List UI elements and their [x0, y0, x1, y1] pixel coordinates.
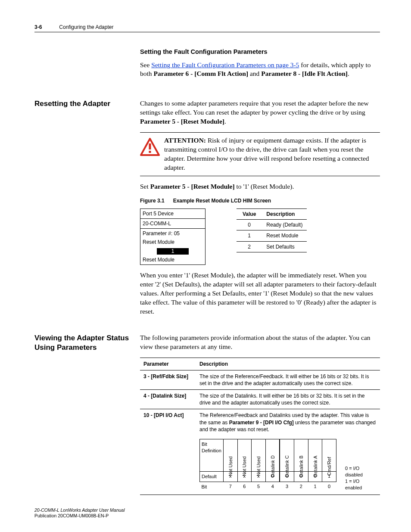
- side-heading-viewing: Viewing the Adapter Status Using Paramet…: [34, 333, 136, 495]
- value-cell: 0: [237, 220, 262, 230]
- io-legend: 0 = I/O disabled 1 = I/O enabled: [345, 465, 377, 492]
- text: and: [248, 70, 261, 77]
- text: See: [140, 61, 151, 68]
- param-8: Parameter 8 - [Idle Flt Action]: [261, 70, 348, 77]
- desc-col-header: Description: [196, 358, 380, 370]
- him-screen: Port 5 Device 20-COMM-L Parameter #: 05 …: [140, 208, 206, 265]
- table-row: 2 Set Defaults: [237, 241, 307, 252]
- bit-num: 6: [237, 482, 252, 492]
- set-param-paragraph: Set Parameter 5 - [Reset Module] to '1' …: [140, 182, 380, 191]
- bit-definition-label: Bit Definition: [200, 439, 224, 472]
- him-line-3: Parameter #: 05: [140, 229, 205, 238]
- desc-cell: Reset Module: [262, 230, 307, 241]
- text: .: [348, 70, 349, 77]
- chapter-title: Configuring the Adapter: [59, 24, 113, 30]
- page-number: 3-6: [34, 24, 42, 30]
- param-6: Parameter 6 - [Comm Flt Action]: [153, 70, 248, 77]
- description-col-header: Description: [262, 208, 307, 219]
- legend-enabled: 1 = I/O enabled: [345, 478, 377, 491]
- bit-table: Bit Definition Not Used Not Used Not Use…: [199, 439, 336, 492]
- desc-cell: The size of the Reference/Feedback. It w…: [196, 370, 380, 389]
- him-value: 1: [157, 248, 189, 255]
- value-description-table: Value Description 0 Ready (Default) 1: [237, 208, 307, 252]
- bit-head: Not Used: [237, 439, 252, 472]
- resetting-paragraph: Changes to some adapter parameters requi…: [140, 99, 380, 126]
- bit-table-wrap: Bit Definition Not Used Not Used Not Use…: [199, 439, 377, 492]
- desc-cell: Ready (Default): [262, 220, 307, 230]
- value-cell: 1: [237, 230, 262, 241]
- svg-rect-1: [149, 143, 151, 149]
- figure-title: Example Reset Module LCD HIM Screen: [173, 198, 271, 204]
- table-row: 3 - [Ref/Fdbk Size] The size of the Refe…: [140, 370, 380, 389]
- param-cell: 4 - [Datalink Size]: [140, 390, 196, 409]
- text: Set: [140, 183, 150, 190]
- page-header: 3-6 Configuring the Adapter: [34, 24, 380, 32]
- param-col-header: Parameter: [140, 358, 196, 370]
- param-name: 3 - [Ref/Fdbk Size]: [143, 373, 188, 380]
- table-row: 10 - [DPI I/O Act] The Reference/Feedbac…: [140, 409, 380, 495]
- text: to '1' (Reset Module).: [235, 183, 294, 190]
- param-cell: 3 - [Ref/Fdbk Size]: [140, 370, 196, 389]
- reset-explanation-paragraph: When you enter '1' (Reset Module), the a…: [140, 271, 380, 316]
- him-line-4: Reset Module: [140, 239, 205, 247]
- value-cell: 2: [237, 241, 262, 252]
- him-value-line: 1: [140, 247, 205, 256]
- bit-num: 1: [308, 482, 322, 492]
- figure-number: Figure 3.1: [140, 198, 165, 204]
- side-heading-resetting: Resetting the Adapter: [34, 99, 136, 333]
- link-fault-config[interactable]: Setting the Fault Configuration Paramete…: [151, 61, 299, 68]
- bit-head: Cmd/Ref: [322, 439, 336, 472]
- bit-num: 4: [265, 482, 280, 492]
- him-line-1: Port 5 Device: [140, 209, 205, 219]
- param-cell: 10 - [DPI I/O Act]: [140, 409, 196, 495]
- bit-label: Bit: [200, 482, 224, 492]
- bit-head: Datalink B: [294, 439, 308, 472]
- bit-num: 2: [294, 482, 308, 492]
- desc-cell: The size of the Datalinks. It will eithe…: [196, 390, 380, 409]
- bit-num: 7: [223, 482, 237, 492]
- attention-box: ATTENTION: Risk of injury or equipment d…: [140, 132, 380, 176]
- bit-head: Not Used: [252, 439, 266, 472]
- param-name: 4 - [Datalink Size]: [143, 393, 186, 399]
- text: .: [224, 118, 226, 125]
- publication-id: Publication 20COMM-UM008B-EN-P: [34, 513, 125, 519]
- parameter-table: Parameter Description 3 - [Ref/Fdbk Size…: [140, 358, 380, 495]
- bit-num: 0: [322, 482, 336, 492]
- param-5-b: Parameter 5 - [Reset Module]: [150, 183, 235, 190]
- viewing-paragraph: The following parameters provide informa…: [140, 333, 380, 352]
- param-9: Parameter 9 - [DPI I/O Cfg]: [229, 420, 294, 426]
- bit-head: Datalink D: [265, 439, 280, 472]
- warning-icon: [140, 136, 164, 159]
- attention-text: ATTENTION: Risk of injury or equipment d…: [164, 136, 380, 172]
- him-line-5: Reset Module: [140, 256, 205, 264]
- table-row: 1 Reset Module: [237, 230, 307, 241]
- legend-disabled: 0 = I/O disabled: [345, 465, 377, 478]
- bit-head: Datalink A: [308, 439, 322, 472]
- text: Changes to some adapter parameters requi…: [140, 100, 369, 116]
- fault-config-paragraph: See Setting the Fault Configuration Para…: [140, 61, 380, 79]
- default-label: Default: [200, 472, 224, 482]
- page-footer: 20-COMM-L LonWorks Adapter User Manual P…: [34, 507, 125, 519]
- param-name: 10 - [DPI I/O Act]: [143, 412, 184, 418]
- bit-head: Not Used: [223, 439, 237, 472]
- value-col-header: Value: [237, 208, 262, 219]
- desc-cell: The Reference/Feedback and Datalinks use…: [196, 409, 380, 495]
- bit-num: 3: [280, 482, 294, 492]
- him-line-2: 20-COMM-L: [140, 219, 205, 229]
- attention-label: ATTENTION:: [164, 137, 206, 144]
- side-empty: [34, 48, 136, 99]
- table-row: 4 - [Datalink Size] The size of the Data…: [140, 390, 380, 409]
- bit-num: 5: [252, 482, 266, 492]
- svg-rect-2: [149, 151, 151, 153]
- bit-head: Datalink C: [280, 439, 294, 472]
- table-row: 0 Ready (Default): [237, 220, 307, 230]
- desc-cell: Set Defaults: [262, 241, 307, 252]
- manual-title: 20-COMM-L LonWorks Adapter User Manual: [34, 507, 125, 513]
- param-5: Parameter 5 - [Reset Module]: [140, 118, 224, 125]
- subheading-fault-config: Setting the Fault Configuration Paramete…: [140, 48, 380, 56]
- figure-caption: Figure 3.1Example Reset Module LCD HIM S…: [140, 197, 380, 204]
